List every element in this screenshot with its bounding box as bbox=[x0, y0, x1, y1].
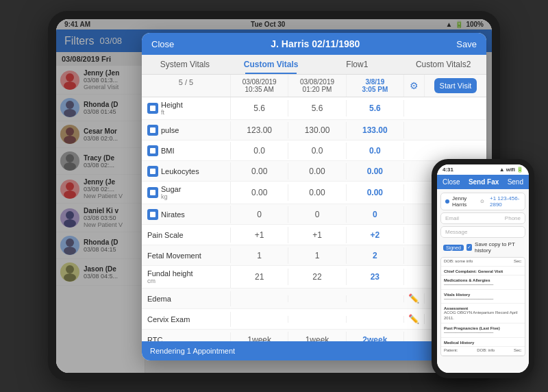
date-col-2: 03/08/2019 01:20 PM bbox=[288, 75, 346, 97]
iphone-body: Jenny Harris ⊙ +1 123-456-2890 Email Pho… bbox=[437, 189, 529, 373]
pencil-icon[interactable]: ✏️ bbox=[408, 293, 419, 304]
iphone-close-button[interactable]: Close bbox=[443, 178, 460, 186]
main-content: 03/08/2019 Fri Jenny (Jen 03/08 01:3... … bbox=[56, 52, 492, 373]
vital-val-1: 0.0 bbox=[231, 143, 288, 159]
svg-rect-20 bbox=[150, 190, 155, 195]
vital-icon bbox=[147, 187, 158, 198]
vital-val-3-active: 0.0 bbox=[347, 143, 404, 159]
vital-val-1 bbox=[231, 316, 288, 323]
iphone-patient-name: Jenny Harris bbox=[452, 195, 475, 208]
iphone-message-field[interactable]: Message bbox=[440, 226, 525, 238]
iphone-phone-placeholder: Phone bbox=[505, 215, 521, 221]
save-copy-label: Save copy to PT history bbox=[475, 241, 523, 254]
vital-val-2: +1 bbox=[288, 227, 346, 243]
date-col-3-active: 3/8/19 3:05 PM bbox=[347, 75, 404, 97]
patient-indicator bbox=[445, 199, 449, 204]
vital-val-3-active: 5.6 bbox=[347, 100, 404, 117]
modal-overlay: Close J. Harris 02/11/1980 Save System V… bbox=[56, 52, 492, 373]
vital-val-2: 5.6 bbox=[288, 100, 346, 117]
doc-meds-row: Medications & Allergies ────────────────… bbox=[441, 275, 525, 290]
svg-rect-19 bbox=[150, 169, 155, 174]
vital-name-pain-scale: Pain Scale bbox=[142, 228, 231, 243]
vital-icon bbox=[147, 209, 158, 220]
iphone-email-placeholder: Email bbox=[445, 215, 459, 221]
tab-flow1[interactable]: Flow1 bbox=[314, 55, 401, 74]
vital-val-3-active: 2week bbox=[347, 332, 404, 342]
iphone-email-field[interactable]: Email Phone bbox=[440, 212, 525, 224]
iphone-message-placeholder: Message bbox=[445, 229, 467, 235]
vital-val-1: +1 bbox=[231, 227, 288, 243]
vital-val-2: 0 bbox=[288, 206, 346, 223]
vital-icon bbox=[147, 103, 158, 114]
vital-icon bbox=[147, 125, 158, 136]
table-row: pulse 123.00 130.00 133.00 bbox=[142, 120, 486, 140]
gear-settings-icon[interactable]: ⚙ bbox=[404, 75, 425, 97]
vital-name-leukocytes: Leukocytes bbox=[142, 162, 231, 180]
iphone-wifi-icon: wifi bbox=[506, 167, 515, 173]
vital-val-1: 123.00 bbox=[231, 122, 288, 138]
vital-val-3-active: 133.00 bbox=[347, 122, 404, 138]
vital-name-cervix-exam: Cervix Exam bbox=[142, 312, 231, 327]
vital-name-sugar: Sugar kg bbox=[142, 182, 231, 204]
vital-val-3 bbox=[347, 316, 404, 323]
table-row: BMI 0.0 0.0 0.0 bbox=[142, 140, 486, 161]
vital-val-1: 0.00 bbox=[231, 184, 288, 201]
vital-val-1: 1 bbox=[231, 247, 288, 264]
vital-icon bbox=[147, 166, 158, 177]
iphone-battery-icon: 🔋 bbox=[516, 167, 523, 173]
vital-name-rtc: RTC bbox=[142, 332, 231, 342]
iphone-send-button[interactable]: Send bbox=[508, 178, 523, 186]
doc-chief-complaint: Chief Complaint: General Visit bbox=[444, 269, 522, 273]
vital-val-2: 0.0 bbox=[288, 143, 346, 159]
doc-medical-history-row: Medical History bbox=[441, 338, 525, 347]
date-col-1: 03/08/2019 10:35 AM bbox=[231, 75, 288, 97]
tab-system-vitals[interactable]: System Vitals bbox=[142, 55, 228, 74]
vital-val-3-active: 0.00 bbox=[347, 163, 404, 180]
vital-val-2: 1week bbox=[288, 332, 346, 342]
vital-name-pulse: pulse bbox=[142, 121, 231, 139]
vital-val-2: 22 bbox=[288, 269, 346, 285]
start-visit-button[interactable]: Start Visit bbox=[434, 78, 477, 93]
vital-edit-pencil[interactable]: ✏️ bbox=[404, 293, 425, 304]
iphone-screen: 4:31 ▲ wifi 🔋 Close Send Fax Send Jenny … bbox=[437, 164, 529, 373]
vitals-date-header: 5 / 5 03/08/2019 10:35 AM 03/08/2019 01:… bbox=[142, 75, 486, 97]
save-copy-checkbox[interactable]: ✓ bbox=[466, 244, 472, 251]
iphone-frame: 4:31 ▲ wifi 🔋 Close Send Fax Send Jenny … bbox=[432, 159, 534, 378]
table-row: Height ft 5.6 5.6 5.6 bbox=[142, 97, 486, 120]
doc-assessment-row: Assessment ACOG OBGYN Antepartum Record … bbox=[441, 304, 525, 323]
doc-footer-row: Patient: DOB: info Sec: bbox=[441, 347, 525, 356]
svg-rect-21 bbox=[150, 212, 155, 217]
svg-rect-18 bbox=[150, 148, 155, 154]
vital-val-2 bbox=[288, 295, 346, 302]
vital-val-1: 5.6 bbox=[231, 100, 288, 117]
vitals-tabs: System Vitals Custom Vitals Flow1 Custom… bbox=[142, 55, 486, 75]
vital-val-3-active: 0.00 bbox=[347, 184, 404, 201]
vital-val-3 bbox=[347, 295, 404, 302]
iphone-screen-title: Send Fax bbox=[469, 178, 499, 186]
start-visit-area: Start Visit bbox=[425, 75, 486, 97]
vital-val-1: 0 bbox=[231, 206, 288, 223]
svg-rect-16 bbox=[150, 106, 155, 111]
vital-val-3-active: 2 bbox=[347, 247, 404, 264]
pagination-label: 5 / 5 bbox=[142, 75, 231, 97]
doc-header-row: DOB: some info Sec: bbox=[441, 258, 525, 267]
iphone-navigation-bar: Close Send Fax Send bbox=[437, 175, 529, 189]
iphone-status-time: 4:31 bbox=[443, 167, 453, 173]
svg-rect-17 bbox=[150, 127, 155, 133]
footer-rendering-text: Rendering 1 Appointment bbox=[150, 347, 235, 355]
iphone-phone-number: +1 123-456-2890 bbox=[490, 195, 521, 208]
signed-badge: Signed bbox=[443, 245, 464, 251]
vital-val-1: 1week bbox=[231, 332, 288, 342]
vital-name-edema: Edema bbox=[142, 291, 231, 306]
vital-val-1: 21 bbox=[231, 269, 288, 285]
vital-name-fundal-height: Fundal height cm bbox=[142, 266, 231, 288]
doc-complaint-row: Chief Complaint: General Visit bbox=[441, 267, 525, 275]
tab-custom-vitals2[interactable]: Custom Vitals2 bbox=[400, 55, 486, 74]
vital-val-2: 0.00 bbox=[288, 184, 346, 201]
ipad-screen: 9:41 AM Tue Oct 30 ▲ 🔋 100% Filters 03/0… bbox=[56, 19, 492, 373]
vital-val-1: 0.00 bbox=[231, 163, 288, 180]
pencil-icon[interactable]: ✏️ bbox=[408, 314, 419, 324]
tab-custom-vitals[interactable]: Custom Vitals bbox=[228, 55, 314, 74]
vital-edit-pencil[interactable]: ✏️ bbox=[404, 314, 425, 324]
vital-val-2: 0.00 bbox=[288, 163, 346, 180]
